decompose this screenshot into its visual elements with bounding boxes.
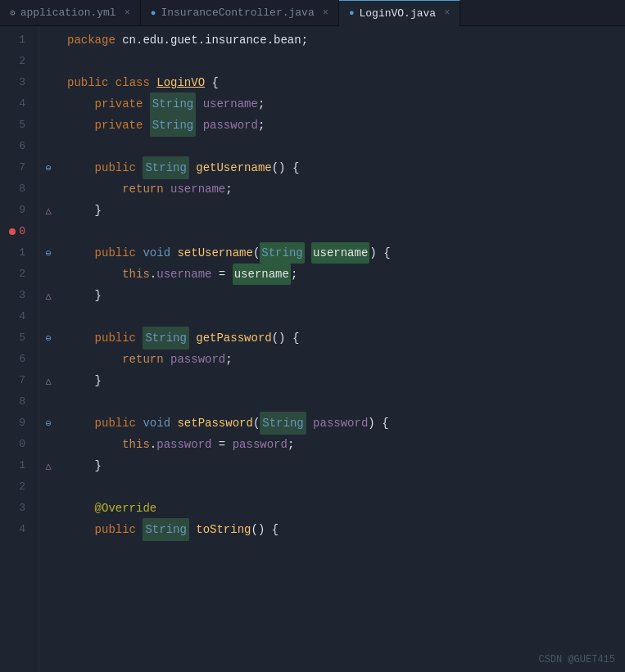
- code-line-8: return username;: [67, 178, 625, 200]
- code-line-12: this.username = username;: [67, 264, 625, 285]
- end-gutter-icon: △: [45, 460, 51, 472]
- code-line-22: [67, 476, 625, 498]
- code-line-16: return password;: [67, 349, 625, 370]
- code-line-2: [67, 51, 625, 72]
- method-gutter-icon: ⊖: [45, 247, 51, 259]
- code-line-17: }: [67, 370, 625, 391]
- java-icon: ●: [151, 8, 156, 18]
- code-line-5: private String password;: [67, 115, 625, 136]
- end-gutter-icon: △: [45, 375, 51, 387]
- code-line-4: private String username;: [67, 93, 625, 115]
- tab-insurance-controller[interactable]: ● InsuranceController.java ×: [141, 0, 339, 26]
- code-line-1: package cn.edu.guet.insurance.bean;: [67, 29, 625, 51]
- tab-label: LoginVO.java: [360, 7, 437, 20]
- close-icon[interactable]: ×: [323, 7, 328, 19]
- tab-login-vo[interactable]: ● LoginVO.java ×: [339, 0, 460, 26]
- code-line-15: public String getPassword() {: [67, 327, 625, 349]
- tab-label: application.yml: [20, 7, 116, 19]
- code-line-10: [67, 221, 625, 242]
- code-line-18: [67, 391, 625, 413]
- code-line-11: public void setUsername(String username)…: [67, 242, 625, 264]
- code-line-13: }: [67, 285, 625, 306]
- code-area: 1 2 3 4 5 6 7 8 9 0 1 2 3 4 5 6 7 8 9 0 …: [0, 26, 625, 672]
- code-line-21: }: [67, 455, 625, 476]
- watermark: CSDN @GUET415: [538, 654, 615, 665]
- gutter-area: ⊖ △ ⊖ △ ⊖ △ ⊖ △: [39, 26, 57, 672]
- code-line-20: this.password = password;: [67, 434, 625, 455]
- file-icon: ⚙: [10, 7, 16, 18]
- code-line-14: [67, 306, 625, 327]
- method-gutter-icon: ⊖: [45, 162, 51, 174]
- java-icon: ●: [349, 8, 355, 18]
- end-gutter-icon: △: [45, 290, 51, 302]
- end-gutter-icon: △: [45, 205, 51, 217]
- method-gutter-icon: ⊖: [45, 417, 51, 430]
- code-line-23: @Override: [67, 498, 625, 519]
- method-gutter-icon: ⊖: [45, 332, 51, 345]
- code-line-19: public void setPassword(String password)…: [67, 413, 625, 434]
- code-line-24: public String toString() {: [67, 519, 625, 540]
- tab-bar: ⚙ application.yml × ● InsuranceControlle…: [0, 0, 625, 26]
- code-line-3: public class LoginVO {: [67, 72, 625, 93]
- tab-label: InsuranceController.java: [161, 7, 314, 19]
- code-line-7: public String getUsername() {: [67, 157, 625, 178]
- code-line-9: }: [67, 200, 625, 221]
- code-line-6: [67, 136, 625, 157]
- close-icon[interactable]: ×: [125, 7, 130, 19]
- close-icon[interactable]: ×: [444, 7, 450, 19]
- tab-application-yml[interactable]: ⚙ application.yml ×: [0, 0, 141, 26]
- line-numbers: 1 2 3 4 5 6 7 8 9 0 1 2 3 4 5 6 7 8 9 0 …: [0, 26, 39, 672]
- code-content[interactable]: package cn.edu.guet.insurance.bean; publ…: [57, 26, 625, 672]
